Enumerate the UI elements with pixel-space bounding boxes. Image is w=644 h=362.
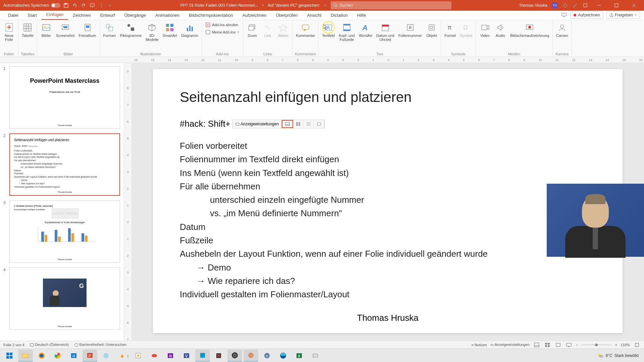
firefox-icon[interactable]	[34, 350, 49, 362]
chevron-down-icon[interactable]	[323, 4, 327, 7]
header-footer-button[interactable]: Kopf- und Fußzeile	[337, 21, 356, 42]
diamond-icon[interactable]	[562, 2, 568, 8]
zoom-slider[interactable]	[581, 345, 611, 345]
images-button[interactable]: Bilder	[39, 21, 53, 38]
outlook-icon[interactable]: O	[66, 350, 81, 362]
display-settings-toolbar[interactable]: Anzeigeeinstellungen	[232, 120, 325, 128]
app-icon-4[interactable]	[195, 350, 210, 362]
explorer-icon[interactable]	[18, 350, 33, 362]
app-icon-5[interactable]	[211, 350, 226, 362]
thumb-3[interactable]: 2 Vertikale Achsen (Primär, sekundär) Gr…	[9, 200, 120, 263]
tab-entwurf[interactable]: Entwurf	[96, 11, 120, 20]
tab-aufzeichnen[interactable]: Aufzeichnen	[238, 11, 271, 20]
window-icon[interactable]	[582, 2, 588, 8]
language-indicator[interactable]: Deutsch (Österreich)	[30, 343, 69, 347]
weather-widget[interactable]: 6°C Stark bewölkt	[597, 352, 639, 359]
tab-ansicht[interactable]: Ansicht	[302, 11, 326, 20]
user-avatar[interactable]: TH	[551, 2, 558, 9]
tab-uebergaenge[interactable]: Übergänge	[120, 11, 151, 20]
slideshow-icon[interactable]	[89, 2, 95, 8]
fit-window-icon[interactable]	[633, 342, 641, 348]
tab-ueberpruefen[interactable]: Überprüfen	[271, 11, 302, 20]
toggle-icon[interactable]	[51, 3, 60, 8]
redo-icon[interactable]	[80, 2, 87, 8]
new-slide-button[interactable]: Neue Folie	[2, 21, 16, 42]
search-input[interactable]	[339, 3, 449, 8]
slide-number-button[interactable]: #Foliennummer	[397, 21, 423, 38]
slide-counter[interactable]: Folie 2 von 4	[3, 343, 24, 347]
dropdown-icon[interactable]	[107, 2, 113, 8]
sorter-view-icon[interactable]	[544, 342, 551, 348]
view-btn-2[interactable]	[293, 121, 304, 127]
slide-panel[interactable]: 1 PowerPoint Masterclass Präsentieren wi…	[0, 63, 124, 341]
app-icon-3[interactable]	[147, 350, 162, 362]
app-icon-7[interactable]: B	[260, 350, 274, 362]
wordart-button[interactable]: AWordArt	[358, 21, 374, 38]
saved-location[interactable]: Auf "diesem PC" gespeichert	[268, 3, 319, 8]
notes-button[interactable]: ≡ Notizen	[471, 343, 487, 347]
thumb-4[interactable]: G Thomas Hruska	[9, 267, 120, 330]
thumb-2[interactable]: Seitenanzahl einfügen und platzieren #ha…	[9, 133, 120, 196]
minimize-button[interactable]	[592, 0, 606, 11]
share-button[interactable]: Freigeben	[606, 11, 640, 19]
tab-start[interactable]: Start	[23, 11, 41, 20]
app-icon-8[interactable]	[308, 350, 323, 362]
audio-button[interactable]: Audio	[493, 21, 507, 38]
display-settings-button[interactable]: ▭ Anzeigeeinstellungen	[490, 343, 530, 347]
tab-animationen[interactable]: Animationen	[151, 11, 184, 20]
close-button[interactable]	[627, 0, 641, 11]
obs-icon[interactable]	[227, 350, 242, 362]
shapes-button[interactable]: Formen	[102, 21, 117, 38]
tab-einfuegen[interactable]: Einfügen	[42, 10, 68, 20]
vlc-icon[interactable]	[115, 350, 129, 362]
equation-button[interactable]: πFormel	[443, 21, 457, 38]
tab-datei[interactable]: Datei	[3, 11, 23, 20]
maximize-button[interactable]	[610, 0, 623, 11]
view-btn-4[interactable]	[314, 121, 324, 127]
cameo-button[interactable]: Cameo	[555, 21, 569, 38]
record-button[interactable]: Aufzeichnen	[570, 11, 603, 19]
app-icon-6[interactable]	[244, 350, 258, 362]
edge-icon[interactable]	[276, 350, 290, 362]
slideshow-view-icon[interactable]	[565, 342, 573, 348]
photoalbum-button[interactable]: Fotoalbum	[77, 21, 98, 38]
hack-text[interactable]: #hack: Shift+	[180, 119, 230, 129]
table-button[interactable]: Tabelle	[20, 21, 35, 38]
view-btn-3[interactable]	[304, 121, 314, 127]
tab-dictation[interactable]: Dictation	[326, 11, 353, 20]
autosave-toggle[interactable]: Automatisches Speichern	[3, 3, 60, 8]
zoom-level[interactable]: 110%	[621, 343, 630, 347]
tab-bildschirm[interactable]: Bildschirmpräsentation	[184, 11, 238, 20]
undo-icon[interactable]	[72, 2, 78, 8]
3d-models-button[interactable]: 3D- Modelle	[144, 21, 160, 42]
save-icon[interactable]	[63, 2, 69, 8]
icons-button[interactable]: Piktogramme	[118, 21, 143, 38]
chart-button[interactable]: Diagramm	[180, 21, 200, 38]
start-button[interactable]	[2, 350, 17, 362]
pen-icon[interactable]	[572, 2, 578, 8]
reading-view-icon[interactable]	[554, 342, 562, 348]
slide-body[interactable]: Folien vorbereitet Foliennummer im Textf…	[180, 139, 596, 301]
tab-hilfe[interactable]: Hilfe	[353, 11, 371, 20]
textbox-button[interactable]: ATextfeld	[321, 21, 336, 38]
video-button[interactable]: Video	[478, 21, 492, 38]
chrome-icon[interactable]	[50, 350, 65, 362]
my-addins-button[interactable]: Meine Add-Ins	[204, 29, 241, 36]
more-icon[interactable]: ⋮	[98, 2, 104, 8]
date-time-button[interactable]: Datum und Uhrzeit	[375, 21, 396, 42]
accessibility-check[interactable]: Barrierefreiheit: Untersuchen	[74, 343, 127, 347]
object-button[interactable]: Objekt	[425, 21, 439, 38]
visio-icon[interactable]: V	[179, 350, 194, 362]
smartart-button[interactable]: SmartArt	[161, 21, 178, 38]
thumb-1[interactable]: PowerPoint Masterclass Präsentieren wie …	[9, 66, 120, 129]
comment-button[interactable]: Kommentar	[294, 21, 316, 38]
app-icon-2[interactable]	[131, 350, 146, 362]
tab-zeichnen[interactable]: Zeichnen	[68, 11, 95, 20]
search-box[interactable]	[331, 1, 451, 9]
slide-title[interactable]: Seitenanzahl einfügen und platzieren	[180, 89, 596, 105]
comments-icon[interactable]	[561, 13, 567, 17]
get-addins-button[interactable]: +Add-Ins abrufen	[204, 21, 241, 28]
screenshot-button[interactable]: Screenshot	[55, 21, 76, 38]
powerpoint-icon[interactable]: P	[83, 350, 97, 362]
normal-view-icon[interactable]	[533, 342, 540, 348]
